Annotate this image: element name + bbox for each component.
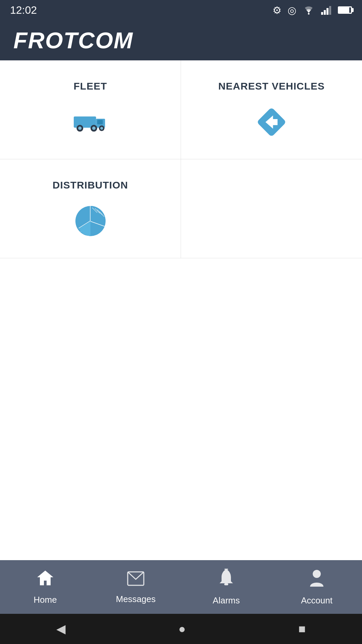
- svg-rect-7: [97, 120, 103, 124]
- nav-account[interactable]: Account: [272, 569, 362, 606]
- svg-rect-1: [321, 12, 323, 15]
- distribution-label: DISTRIBUTION: [53, 179, 128, 191]
- home-icon: [37, 569, 54, 591]
- app-header: FROTCOM: [0, 20, 362, 60]
- status-icons: ⚙ ◎: [273, 4, 352, 16]
- empty-area: [0, 258, 362, 560]
- main-content: FLEET: [0, 60, 362, 560]
- status-time: 12:02: [10, 4, 37, 16]
- person-icon: [309, 569, 324, 591]
- svg-rect-2: [324, 10, 326, 15]
- nav-arrow-icon: [255, 105, 288, 139]
- record-icon: ◎: [288, 4, 296, 16]
- empty-menu-item: [181, 159, 362, 258]
- svg-rect-3: [326, 8, 328, 15]
- fleet-label: FLEET: [74, 80, 107, 92]
- menu-grid: FLEET: [0, 60, 362, 258]
- svg-point-11: [92, 126, 96, 130]
- app-logo: FROTCOM: [13, 27, 133, 53]
- nav-messages[interactable]: Messages: [90, 570, 181, 604]
- gear-icon: ⚙: [273, 4, 282, 16]
- android-recent-button[interactable]: ■: [298, 622, 306, 636]
- bell-icon: [218, 569, 234, 591]
- pie-chart-icon: [74, 204, 107, 238]
- status-bar: 12:02 ⚙ ◎: [0, 0, 362, 20]
- svg-rect-4: [329, 6, 331, 15]
- svg-point-9: [78, 126, 81, 130]
- svg-point-0: [308, 13, 310, 15]
- wifi-icon: [302, 5, 315, 15]
- android-back-button[interactable]: ◀: [56, 622, 66, 636]
- nav-home-label: Home: [34, 595, 57, 605]
- bottom-nav: Home Messages Alarms Account: [0, 560, 362, 614]
- signal-icon: [321, 5, 332, 15]
- nav-alarms-label: Alarms: [213, 595, 240, 606]
- nearest-vehicles-label: NEAREST VEHICLES: [218, 80, 325, 92]
- nav-messages-label: Messages: [116, 594, 156, 604]
- svg-point-13: [100, 127, 103, 129]
- svg-point-30: [313, 570, 321, 578]
- mail-icon: [127, 570, 144, 590]
- nav-home[interactable]: Home: [0, 569, 90, 605]
- nav-account-label: Account: [301, 595, 333, 606]
- truck-icon: [74, 105, 107, 139]
- svg-marker-26: [37, 571, 53, 585]
- android-nav-bar: ◀ ● ■: [0, 614, 362, 644]
- android-home-button[interactable]: ●: [178, 622, 186, 636]
- fleet-menu-item[interactable]: FLEET: [0, 60, 181, 159]
- nearest-vehicles-menu-item[interactable]: NEAREST VEHICLES: [181, 60, 362, 159]
- svg-rect-28: [224, 583, 228, 585]
- distribution-menu-item[interactable]: DISTRIBUTION: [0, 159, 181, 258]
- battery-icon: [338, 6, 352, 14]
- nav-alarms[interactable]: Alarms: [181, 569, 272, 606]
